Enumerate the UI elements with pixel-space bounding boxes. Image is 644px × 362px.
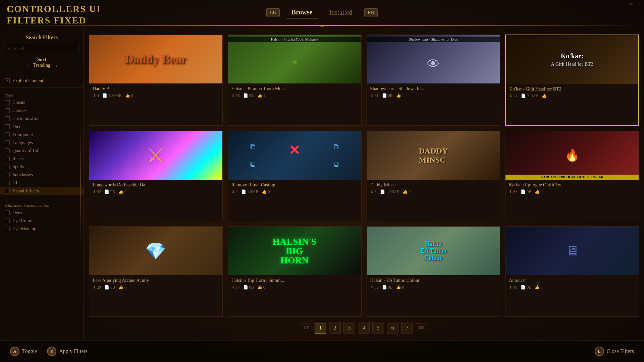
filter-spells[interactable]: Spells: [0, 163, 84, 171]
mod-title-daddy-bear: Daddy Bear: [93, 86, 219, 92]
spells-label: Spells: [12, 164, 24, 170]
mod-stats-ritual: ⬇ 2 📄 1.8MB 👍 0: [231, 189, 358, 194]
halsin-mohawk-label: Halsin - Piranha Tooth Mohawk: [228, 37, 361, 42]
mod-thumbnail-horn: HALSIN'SBIGHORN: [228, 227, 361, 275]
tab-installed[interactable]: Installed: [324, 7, 358, 18]
mod-info-horn: Halsin's Big Horn | Summ... ⬇ 14 📄 0B 👍 …: [228, 275, 361, 293]
pagination-page-6[interactable]: 6: [387, 322, 398, 334]
filter-ui[interactable]: UI: [0, 179, 84, 187]
filter-languages[interactable]: Languages: [0, 139, 84, 147]
mod-card-karlach[interactable]: 🔥 KARLACH EPILOGUE OUTFIT TWEAK Karlach …: [505, 131, 639, 221]
pagination-rt[interactable]: RT: [416, 323, 427, 332]
filter-races[interactable]: Races: [0, 155, 84, 163]
mod-card-kokar[interactable]: Ko'kar:A Gith Head for BT2 Ko'kar - Gith…: [505, 35, 639, 126]
checkbox-customisation: [5, 116, 10, 121]
rb-button[interactable]: RB: [364, 8, 378, 17]
mod-info-ritual: Remove Ritual Casting ⬇ 2 📄 1.8MB 👍 0: [228, 180, 361, 197]
mod-card-horn[interactable]: HALSIN'SBIGHORN Halsin's Big Horn | Summ…: [228, 226, 362, 317]
tab-browse[interactable]: Browse: [286, 7, 318, 18]
mod-title-shadowheart: Shadowheart - Shadows fo...: [370, 86, 497, 92]
mod-stats-shadowheart: ⬇ 61 📄 0B 👍 1: [370, 93, 497, 98]
mod-card-minsc[interactable]: DADDYMINSC Daddy Minsc ⬇ 6 📄 1.24MB 👍 0: [367, 131, 500, 221]
karlach-badge: KARLACH EPILOGUE OUTFIT TWEAK: [505, 175, 639, 180]
filter-visual-effects[interactable]: Visual Effects: [0, 187, 84, 195]
apply-action[interactable]: Y Apply Filters: [47, 347, 88, 356]
mod-thumbnail-autocast: 🖥: [505, 227, 639, 275]
header: Controllers UI Filters Fixed LB Browse I…: [0, 0, 644, 25]
search-box[interactable]: ⌕: [5, 44, 78, 53]
mod-card-daddy-bear[interactable]: Daddy Bear Daddy Bear ⬇ 4 📄 1.36MB 👍 0: [89, 35, 223, 126]
main-content: Search Filters ⌕ Sort ‹ Trending › ✓ Exp…: [0, 29, 644, 340]
mod-info-minsc: Daddy Minsc ⬇ 6 📄 1.24MB 👍 0: [367, 180, 500, 197]
pagination-page-5[interactable]: 5: [372, 322, 384, 334]
mod-info-karlach: Karlach Epilogue Outfit Tw... ⬇ 66 📄 0B …: [505, 180, 639, 197]
mod-title-halsin: Halsin - Piranha Tooth Mo...: [231, 86, 358, 92]
close-button[interactable]: L: [595, 347, 604, 356]
close-label: Close Filters: [607, 348, 634, 354]
mod-thumbnail-tattoo: HalsinEA TattooColour: [367, 227, 500, 275]
toggle-label: Toggle: [22, 348, 37, 354]
filter-cheats[interactable]: Cheats: [0, 99, 84, 107]
toggle-action[interactable]: A Toggle: [10, 347, 37, 356]
filter-explicit-content[interactable]: ✓ Explicit Content: [0, 77, 84, 85]
mod-thumbnail-karlach: 🔥 KARLACH EPILOGUE OUTFIT TWEAK: [505, 131, 639, 180]
checkbox-subclasses: [5, 173, 10, 177]
filter-eye-colors[interactable]: Eye Colors: [0, 217, 84, 225]
sort-nav: ‹ Trending ›: [0, 62, 84, 69]
subclasses-label: Subclasses: [12, 172, 33, 178]
filter-dyes[interactable]: Dyes: [0, 209, 84, 217]
search-icon: ⌕: [8, 46, 11, 51]
filter-dice[interactable]: Dice: [0, 123, 84, 131]
filter-equipment[interactable]: Equipment: [0, 131, 84, 139]
mod-card-arcane[interactable]: 💎 Less Annoying Arcane Acuity ⬇ 29 📄 0B …: [89, 226, 223, 317]
filter-classes[interactable]: Classes: [0, 107, 84, 115]
app-title: Controllers UI Filters Fixed: [7, 3, 101, 26]
sort-next[interactable]: ›: [55, 62, 57, 69]
mod-thumbnail-halsin-mohawk: Halsin - Piranha Tooth Mohawk 🌿: [228, 35, 361, 83]
mod-info-autocast: Autocast ⬇ 18 📄 0B 👍 1: [505, 275, 639, 293]
checkbox-races: [5, 157, 10, 161]
pagination-page-7[interactable]: 7: [401, 322, 413, 334]
checkbox-languages: [5, 140, 10, 145]
pagination-page-2[interactable]: 2: [329, 322, 341, 334]
mod-card-tattoo[interactable]: HalsinEA TattooColour Halsin - EA Tattoo…: [367, 226, 500, 317]
toggle-button[interactable]: A: [10, 347, 19, 356]
sort-prev[interactable]: ‹: [26, 62, 28, 69]
filter-divider-3: [0, 198, 84, 198]
checkbox-cheats: [5, 100, 10, 105]
pagination-page-4[interactable]: 4: [358, 322, 370, 334]
mod-info-daddy-bear: Daddy Bear ⬇ 4 📄 1.36MB 👍 0: [89, 83, 222, 101]
mod-stats-daddy-bear: ⬇ 4 📄 1.36MB 👍 0: [93, 93, 219, 98]
mod-area: Daddy Bear Daddy Bear ⬇ 4 📄 1.36MB 👍 0: [84, 29, 644, 340]
checkbox-spells: [5, 165, 10, 169]
mod-card-halsin-mohawk[interactable]: Halsin - Piranha Tooth Mohawk 🌿 Halsin -…: [228, 35, 362, 126]
mod-info-halsin: Halsin - Piranha Tooth Mo... ⬇ 55 📄 0B 👍…: [228, 83, 361, 101]
close-action[interactable]: L Close Filters: [595, 347, 634, 356]
apply-button[interactable]: Y: [47, 347, 56, 356]
mod-title-autocast: Autocast: [509, 278, 635, 283]
mod-thumbnail-longsword: ⚔: [89, 131, 222, 180]
filter-customisation[interactable]: Customisation: [0, 115, 84, 123]
sort-label: Sort: [0, 57, 84, 62]
filter-eye-makeup[interactable]: Eye Makeup: [0, 225, 84, 233]
pagination-lt[interactable]: LT: [301, 323, 312, 332]
mod-card-autocast[interactable]: 🖥 Autocast ⬇ 18 📄 0B 👍 1: [505, 226, 639, 317]
customisation-label: Customisation: [12, 116, 40, 121]
explicit-label: Explicit Content: [12, 78, 43, 83]
checkbox-quality: [5, 148, 10, 153]
mod-title-horn: Halsin's Big Horn | Summ...: [231, 278, 358, 283]
pagination-page-1[interactable]: 1: [315, 322, 326, 334]
mod-card-longsword[interactable]: ⚔ Longswords Do Psychic Da... ⬇ 92 📄 0B …: [89, 131, 223, 221]
eye-makeup-label: Eye Makeup: [12, 226, 36, 232]
filter-subclasses[interactable]: Subclasses: [0, 171, 84, 179]
mod-card-ritual[interactable]: ⧉ ✕ ⧉ ⧉ ⧉ Remove Ritual Casting ⬇ 2 📄 1.: [228, 131, 362, 221]
languages-label: Languages: [12, 140, 33, 145]
mod-title-minsc: Daddy Minsc: [370, 182, 497, 188]
mod-card-shadowheart[interactable]: Shadowheart - Shadows for Eyes 👁 Shadowh…: [367, 35, 500, 126]
mod-stats-longsword: ⬇ 92 📄 0B 👍 2: [93, 189, 219, 194]
sidebar-scrollbar[interactable]: [80, 123, 81, 247]
search-input[interactable]: [13, 46, 75, 51]
lb-button[interactable]: LB: [266, 8, 280, 17]
filter-quality-of-life[interactable]: Quality of Life: [0, 147, 84, 155]
pagination-page-3[interactable]: 3: [343, 322, 355, 334]
